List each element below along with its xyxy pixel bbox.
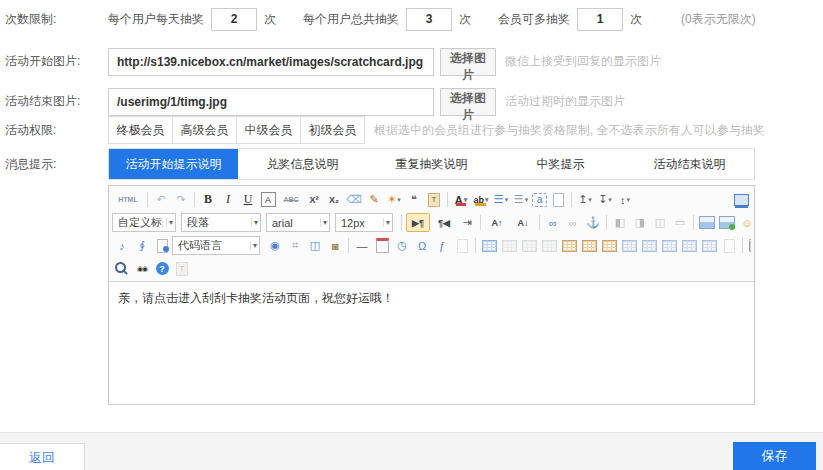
redo-icon[interactable]: ↷ [172,190,190,209]
insert-table-icon[interactable] [480,236,498,255]
merge-cells-icon[interactable] [660,236,678,255]
emotion-icon[interactable]: ☺ [738,213,751,232]
message-tab[interactable]: 兑奖信息说明 [238,149,367,179]
editor-content[interactable]: 亲，请点击进入刮刮卡抽奖活动页面，祝您好运哦！ [109,281,754,404]
direction-ltr-icon[interactable]: ▶¶ [406,213,430,232]
message-tab[interactable]: 活动开始提示说明 [109,149,238,179]
paste-plain-text-icon[interactable] [425,190,443,209]
editor-toolbar: HTML↶↷BIUABCX²X₂⌫✎✶▾❝A▾ab▾☰▾☰▾a↥▾↧▾↕▾自定义… [109,186,754,281]
insert-time-icon[interactable]: ◷ [393,236,411,255]
paragraph-space-before-icon[interactable]: ↥▾ [576,190,594,209]
member-option-button[interactable]: 终极会员 [108,116,173,144]
help-icon[interactable] [153,259,171,278]
custom-title-select[interactable]: 自定义标题▾ [112,213,176,232]
direction-rtl-icon[interactable]: ¶◀ [432,213,456,232]
undo-icon[interactable]: ↶ [152,190,170,209]
background-color-icon[interactable]: ab▾ [472,190,490,209]
font-size-select[interactable]: 12px▾ [335,213,393,232]
superscript-icon[interactable]: X² [305,190,323,209]
limit-count-input[interactable] [211,8,257,31]
message-tabs-label: 消息提示: [5,156,108,173]
limit-count-input[interactable] [406,8,452,31]
link-icon[interactable]: ∞ [544,213,562,232]
paragraph-format-select-value: 段落 [187,215,248,230]
print-icon[interactable] [747,236,751,255]
italic-icon[interactable]: I [219,190,237,209]
subscript-icon[interactable]: X₂ [325,190,343,209]
member-option-button[interactable]: 初级会员 [300,116,365,144]
end-image-label: 活动结束图片: [5,93,108,110]
to-lowercase-icon[interactable]: A↓ [511,213,535,232]
save-button[interactable]: 保存 [733,442,816,470]
split-rows-icon[interactable] [680,236,698,255]
insert-map-icon[interactable] [153,236,171,255]
paragraph-format-select[interactable]: 段落▾ [181,213,261,232]
image-align-left-icon: ◧ [611,213,629,232]
back-button[interactable]: 返回 [0,443,85,470]
insert-code-icon[interactable]: ◉ [266,236,284,255]
end-image-choose-button[interactable]: 选择图片 [440,88,496,116]
underline-icon[interactable]: U [239,190,257,209]
template-icon [453,236,471,255]
horizontal-rule-icon[interactable]: — [353,236,371,255]
formula-icon[interactable]: ƒ [433,236,451,255]
insert-iframe-icon[interactable]: ◫ [306,236,324,255]
font-family-select[interactable]: arial▾ [266,213,330,232]
code-language-select[interactable]: 代码语言▾ [172,236,260,255]
preview-icon[interactable] [113,259,131,278]
online-image-icon[interactable] [718,213,736,232]
limit-row: 次数限制: 每个用户每天抽奖次每个用户总共抽奖次会员可多抽奖次 (0表示无限次) [5,6,823,32]
attachment-icon[interactable]: ∮ [133,236,151,255]
end-image-input[interactable] [108,88,434,116]
footer-bar: 返回 保存 [0,432,823,470]
html-source-icon[interactable]: HTML [113,190,143,209]
bold-icon[interactable]: B [199,190,217,209]
member-option-button[interactable]: 中级会员 [236,116,301,144]
ordered-list-icon[interactable]: ☰▾ [492,190,510,209]
insert-date-icon[interactable] [373,236,391,255]
chevron-down-icon: ▾ [166,218,173,227]
anchor-icon[interactable]: ⚓ [584,213,602,232]
split-cols-icon[interactable] [700,236,718,255]
indent-icon[interactable]: ⇥ [458,213,476,232]
toolbar-separator [539,215,540,230]
remove-format-icon[interactable]: ⌫ [345,190,363,209]
to-uppercase-icon[interactable]: A↑ [485,213,509,232]
start-image-input[interactable] [108,48,434,76]
strikethrough-icon[interactable]: ABC [279,190,303,209]
bordered-text-icon[interactable] [259,190,277,209]
search-replace-icon[interactable]: ◉◉ [133,259,151,278]
start-image-label: 活动开始图片: [5,53,108,70]
limit-field-suffix: 次 [630,11,642,28]
merge-right-icon[interactable] [620,236,638,255]
line-height-icon[interactable]: ↕▾ [616,190,634,209]
unlink-icon: ∞ [564,213,582,232]
paragraph-space-after-icon[interactable]: ↧▾ [596,190,614,209]
special-char-icon[interactable]: Ω [413,236,431,255]
blockquote-icon[interactable]: ❝ [405,190,423,209]
member-option-button[interactable]: 高级会员 [172,116,237,144]
insert-col-icon[interactable] [580,236,598,255]
limit-count-input[interactable] [577,8,623,31]
insert-image-icon[interactable] [698,213,716,232]
message-tab[interactable]: 重复抽奖说明 [367,149,496,179]
message-tab[interactable]: 中奖提示 [496,149,625,179]
table-caption-icon [520,236,538,255]
font-color-icon[interactable]: A▾ [452,190,470,209]
inline-anchor-icon[interactable]: a [532,193,547,207]
merge-down-icon[interactable] [640,236,658,255]
insert-row-icon[interactable] [560,236,578,255]
start-image-choose-button[interactable]: 选择图片 [440,48,496,76]
blank-doc-icon[interactable] [549,190,567,209]
toolbar-separator [606,215,607,230]
message-tab[interactable]: 活动结束说明 [625,149,754,179]
music-icon[interactable]: ♪ [113,236,131,255]
page-break-icon[interactable]: ⌗ [286,236,304,255]
format-painter-icon[interactable]: ✎ [365,190,383,209]
snapshot-icon[interactable]: ◙ [326,236,344,255]
split-cell-icon[interactable] [600,236,618,255]
unordered-list-icon[interactable]: ☰▾ [512,190,530,209]
start-image-row: 活动开始图片: 选择图片 微信上接受到回复的显示图片 [5,47,823,76]
auto-typeset-icon[interactable]: ✶▾ [385,190,403,209]
fullscreen-icon[interactable] [732,190,750,209]
